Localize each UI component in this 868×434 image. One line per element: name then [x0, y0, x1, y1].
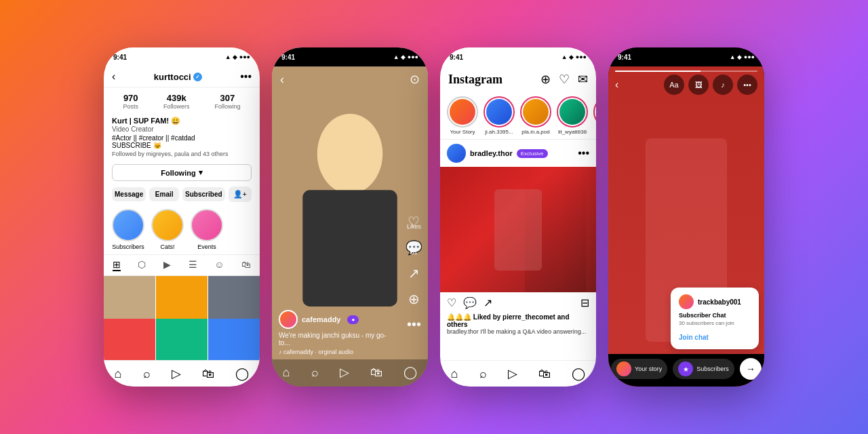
- status-icons-4: ▲ ◆ ●●●: [730, 54, 755, 60]
- profile-header: ‹ kurttocci ✓ •••: [104, 66, 260, 87]
- email-button[interactable]: Email: [149, 187, 179, 201]
- grid-cell-6[interactable]: [208, 319, 260, 361]
- following-button[interactable]: Following ▾: [112, 164, 252, 181]
- profile-icon[interactable]: ◯: [235, 366, 249, 381]
- status-icons-2: ▲ ◆ ●●●: [393, 54, 418, 60]
- shop-icon-3[interactable]: 🛍: [538, 367, 551, 381]
- status-icons-3: ▲ ◆ ●●●: [561, 54, 587, 60]
- post-user: bradley.thor Exclusive: [447, 144, 548, 163]
- highlight-events[interactable]: Events: [191, 209, 223, 250]
- add-post-icon[interactable]: ⊕: [540, 72, 551, 87]
- post-left-actions: ♡ 💬 ↗: [447, 296, 492, 309]
- profile-icon-2[interactable]: ◯: [403, 365, 417, 380]
- highlight-label-2: Cats!: [160, 243, 174, 250]
- sticker-tool-button[interactable]: 🖼: [688, 75, 709, 95]
- subscribed-button[interactable]: Subscribed: [182, 187, 224, 201]
- tab-reels[interactable]: ⬡: [138, 259, 146, 271]
- shop-icon-2[interactable]: 🛍: [370, 366, 382, 380]
- phone-3-feed: 9:41 ▲ ◆ ●●● Instagram ⊕ ♡ ✉ Your Story: [440, 47, 596, 387]
- status-bar-3: 9:41 ▲ ◆ ●●●: [440, 47, 596, 66]
- search-icon-2[interactable]: ⌕: [311, 366, 319, 380]
- search-icon-3[interactable]: ⌕: [479, 367, 487, 381]
- bottom-nav-2: ⌂ ⌕ ▷ 🛍 ◯: [272, 359, 428, 387]
- subscribe-badge[interactable]: ●: [347, 315, 359, 324]
- story-avatar-1: [484, 96, 515, 127]
- tab-emoji[interactable]: ☺: [214, 259, 224, 271]
- tab-video[interactable]: ▶: [163, 259, 171, 271]
- your-story-inner: [450, 99, 475, 125]
- story-2[interactable]: pla.in.a.pod: [520, 96, 551, 135]
- home-icon-3[interactable]: ⌂: [451, 367, 458, 381]
- back-icon[interactable]: ‹: [112, 71, 115, 83]
- share-action[interactable]: ↗: [408, 265, 420, 281]
- messenger-icon[interactable]: ✉: [578, 72, 588, 87]
- grid-cell-4[interactable]: [104, 319, 155, 361]
- subscribers-btn-label: Subscribers: [696, 366, 729, 372]
- story-inner-1: [486, 99, 512, 125]
- story-avatar-4: [593, 96, 596, 127]
- reels-avatar: [279, 310, 298, 329]
- like-action[interactable]: ♡ Likes: [407, 214, 421, 230]
- music-tool-button[interactable]: ♪: [713, 75, 733, 95]
- highlight-subscribers[interactable]: Subscribers: [112, 209, 144, 250]
- reels-icon[interactable]: ▷: [172, 366, 181, 381]
- subscribers-button[interactable]: ★ Subscribers: [673, 359, 734, 379]
- bookmark-icon[interactable]: ⊟: [580, 296, 589, 309]
- highlight-cats[interactable]: Cats!: [151, 209, 184, 250]
- reels-icon-3[interactable]: ▷: [508, 366, 517, 381]
- back-icon[interactable]: ‹: [280, 73, 284, 87]
- save-action[interactable]: ⊕: [408, 291, 420, 307]
- tab-shop[interactable]: 🛍: [241, 259, 251, 271]
- like-icon[interactable]: ♡: [447, 296, 456, 309]
- story-1[interactable]: ji.ah.3395...: [484, 96, 515, 135]
- reels-icon-2[interactable]: ▷: [340, 365, 349, 380]
- story-avatar-2: [520, 96, 551, 127]
- chat-card-username: trackbaby001: [698, 298, 741, 306]
- story-4[interactable]: sap...: [593, 96, 596, 135]
- post-username[interactable]: bradley.thor: [470, 149, 513, 157]
- status-bar-4: 9:41 ▲ ◆ ●●●: [608, 47, 764, 66]
- reels-right-actions: ♡ Likes 💬 51 ↗ ⊕ •••: [406, 214, 422, 332]
- profile-tabs: ⊞ ⬡ ▶ ☰ ☺ 🛍: [104, 254, 260, 276]
- search-icon[interactable]: ⌕: [143, 367, 151, 381]
- highlights-row: Subscribers Cats! Events: [104, 205, 260, 254]
- text-tool-button[interactable]: Aa: [664, 75, 684, 95]
- grid-cell-5[interactable]: [156, 319, 208, 361]
- shop-icon[interactable]: 🛍: [202, 367, 214, 381]
- your-story-button[interactable]: Your story: [611, 359, 667, 379]
- profile-icon-3[interactable]: ◯: [572, 366, 585, 381]
- your-story[interactable]: Your Story: [447, 96, 478, 135]
- chat-card-user-row: trackbaby001: [679, 294, 751, 309]
- forward-button[interactable]: →: [740, 358, 762, 380]
- tab-tagged[interactable]: ☰: [189, 259, 197, 271]
- your-story-avatar: [447, 96, 478, 127]
- add-user-button[interactable]: 👤+: [229, 186, 252, 202]
- heart-icon[interactable]: ♡: [559, 72, 570, 87]
- camera-icon[interactable]: ⊙: [410, 72, 420, 87]
- home-icon[interactable]: ⌂: [115, 367, 122, 381]
- comment-icon[interactable]: 💬: [463, 296, 477, 309]
- back-icon[interactable]: ‹: [615, 79, 618, 91]
- username-row: kurttocci ✓: [154, 72, 202, 82]
- post-more-icon[interactable]: •••: [578, 147, 589, 159]
- share-icon[interactable]: ↗: [484, 296, 492, 309]
- more-icon: •••: [407, 317, 421, 332]
- tab-grid[interactable]: ⊞: [113, 259, 121, 271]
- reels-top-nav: ‹ ⊙: [272, 66, 428, 92]
- comment-action[interactable]: 💬 51: [406, 239, 422, 256]
- more-icon[interactable]: •••: [240, 71, 252, 83]
- more-action[interactable]: •••: [407, 317, 421, 332]
- message-button[interactable]: Message: [112, 187, 146, 201]
- home-icon-2[interactable]: ⌂: [283, 366, 290, 380]
- more-tool-button[interactable]: •••: [737, 75, 757, 95]
- chat-card-subtitle: 30 subscribers can join: [679, 320, 751, 326]
- stat-following: 307 Following: [214, 93, 240, 110]
- reels-username[interactable]: cafemaddy: [302, 315, 340, 323]
- share-icon: ↗: [408, 265, 420, 281]
- stat-posts: 970 Posts: [123, 93, 138, 110]
- bio-text: #Actor || #creator || #catdadSUBSCRIBE 🐱: [112, 134, 252, 149]
- feed-header: Instagram ⊕ ♡ ✉: [440, 66, 596, 92]
- join-chat-button[interactable]: Join chat: [679, 334, 709, 341]
- story-3[interactable]: lit_wyatt838: [557, 96, 588, 135]
- action-buttons: Message Email Subscribed 👤+: [104, 184, 260, 205]
